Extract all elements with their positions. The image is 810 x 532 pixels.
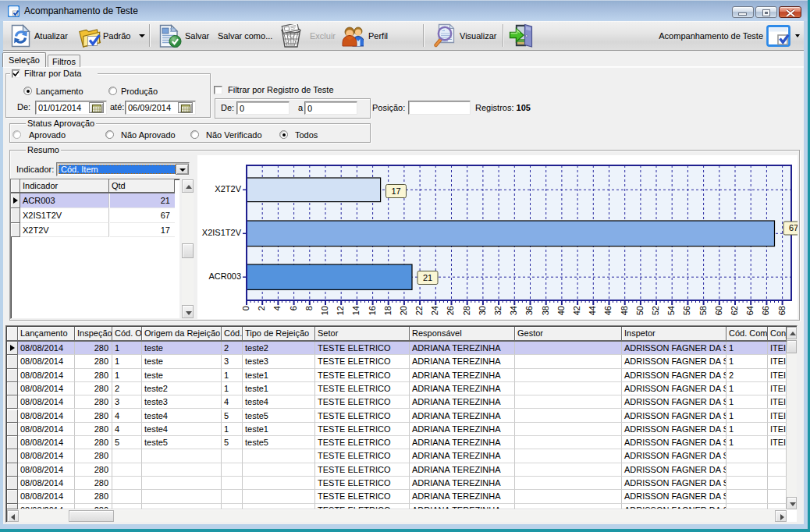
svg-text:66: 66 bbox=[761, 306, 770, 315]
svg-text:56: 56 bbox=[682, 306, 691, 315]
svg-text:6: 6 bbox=[289, 306, 298, 310]
svg-text:67: 67 bbox=[789, 223, 798, 232]
svg-text:30: 30 bbox=[478, 306, 487, 315]
svg-text:4: 4 bbox=[272, 306, 282, 310]
svg-text:8: 8 bbox=[304, 306, 314, 310]
svg-text:40: 40 bbox=[556, 306, 566, 315]
svg-text:32: 32 bbox=[493, 306, 503, 315]
svg-text:0: 0 bbox=[241, 306, 250, 310]
svg-text:34: 34 bbox=[509, 306, 518, 315]
svg-text:48: 48 bbox=[620, 306, 629, 315]
svg-text:X2IS1T2V: X2IS1T2V bbox=[202, 228, 242, 237]
svg-text:12: 12 bbox=[336, 306, 345, 315]
svg-text:16: 16 bbox=[368, 306, 377, 315]
svg-text:20: 20 bbox=[399, 306, 408, 315]
svg-text:52: 52 bbox=[651, 306, 660, 315]
svg-text:22: 22 bbox=[414, 306, 424, 315]
svg-text:46: 46 bbox=[603, 306, 613, 315]
svg-text:ACR003: ACR003 bbox=[208, 271, 241, 281]
svg-text:68: 68 bbox=[777, 306, 787, 315]
svg-text:60: 60 bbox=[714, 306, 723, 315]
svg-text:38: 38 bbox=[541, 306, 550, 315]
svg-text:17: 17 bbox=[391, 186, 400, 196]
svg-text:14: 14 bbox=[351, 306, 361, 315]
svg-text:2: 2 bbox=[257, 306, 266, 310]
svg-text:26: 26 bbox=[446, 306, 455, 315]
svg-text:10: 10 bbox=[320, 306, 329, 315]
svg-text:50: 50 bbox=[635, 306, 645, 315]
svg-text:64: 64 bbox=[745, 306, 755, 315]
svg-text:21: 21 bbox=[423, 273, 432, 282]
svg-text:58: 58 bbox=[698, 306, 708, 315]
svg-text:62: 62 bbox=[730, 306, 739, 315]
svg-text:36: 36 bbox=[524, 306, 534, 315]
svg-text:42: 42 bbox=[572, 306, 581, 315]
svg-text:X2T2V: X2T2V bbox=[215, 184, 241, 193]
svg-text:18: 18 bbox=[383, 306, 393, 315]
svg-text:54: 54 bbox=[666, 306, 676, 315]
svg-text:44: 44 bbox=[588, 306, 597, 315]
svg-text:24: 24 bbox=[430, 306, 439, 315]
svg-text:28: 28 bbox=[462, 306, 471, 315]
